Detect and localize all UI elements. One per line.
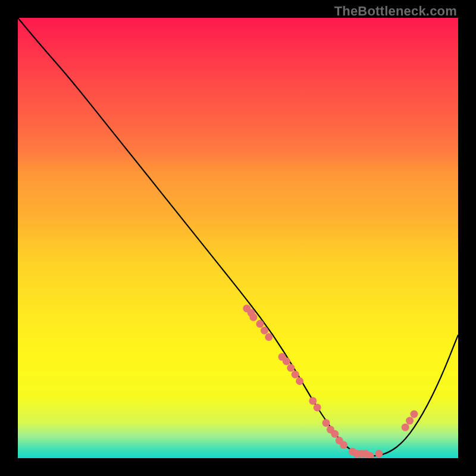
scatter-point <box>296 377 303 385</box>
scatter-point <box>292 371 299 378</box>
scatter-point <box>283 358 290 365</box>
scatter-point <box>331 430 339 438</box>
scatter-point <box>265 333 273 341</box>
chart-svg <box>18 18 458 458</box>
scatter-point <box>314 403 321 411</box>
scatter-point <box>249 314 257 321</box>
scatter-point <box>340 441 347 449</box>
scatter-point <box>309 397 317 405</box>
bottleneck-curve-line <box>18 18 458 456</box>
scatter-point <box>287 364 295 372</box>
scatter-point <box>261 327 268 334</box>
scatter-point <box>406 417 414 425</box>
scatter-point <box>375 450 383 458</box>
watermark-text: TheBottleneck.com <box>334 4 457 19</box>
scatter-point <box>411 411 418 418</box>
scatter-point <box>322 419 330 427</box>
scatter-points-group <box>243 305 418 458</box>
scatter-point <box>256 320 264 328</box>
scatter-point <box>402 424 409 431</box>
